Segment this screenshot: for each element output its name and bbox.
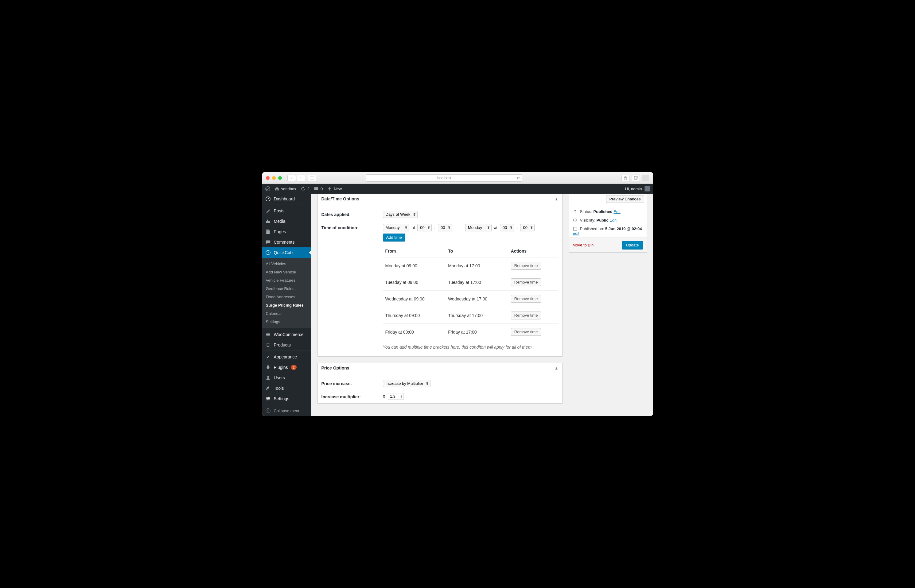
menu-settings[interactable]: Settings <box>262 393 311 404</box>
preview-changes-button[interactable]: Preview Changes <box>606 195 644 203</box>
multiplier-prefix: x <box>383 393 385 399</box>
collapse-icon[interactable]: ▲ <box>554 197 559 201</box>
price-increase-select[interactable]: Increase by Multiplier <box>383 380 431 387</box>
maximize-window[interactable] <box>278 176 282 180</box>
move-to-bin[interactable]: Move to Bin <box>573 243 594 247</box>
table-row: Wednesday at 09:00Wednesday at 17:00Remo… <box>383 291 559 307</box>
svg-rect-0 <box>310 176 314 180</box>
cell-from: Monday at 09:00 <box>383 257 446 274</box>
remove-time-button[interactable]: Remove time <box>511 328 541 336</box>
submenu-surge-pricing[interactable]: Surge Pricing Rules <box>262 301 311 309</box>
reload-icon[interactable]: ⟳ <box>517 176 520 180</box>
new-tab-button[interactable]: + <box>642 174 649 181</box>
svg-rect-12 <box>267 231 270 234</box>
submenu-all-vehicles[interactable]: All Vehicles <box>262 260 311 268</box>
updates-link[interactable]: 2 <box>301 186 309 191</box>
edit-date[interactable]: Edit <box>573 231 580 236</box>
url-text: localhost <box>437 176 451 180</box>
menu-products[interactable]: Products <box>262 340 311 350</box>
cell-from: Tuesday at 09:00 <box>383 274 446 291</box>
comments-count: 0 <box>321 187 323 191</box>
tabs-icon[interactable] <box>632 174 640 181</box>
menu-users[interactable]: Users <box>262 373 311 383</box>
from-hour-select[interactable]: 00 <box>417 224 432 231</box>
submenu-add-new-vehicle[interactable]: Add New Vehicle <box>262 268 311 276</box>
plugins-badge: 2 <box>291 365 296 370</box>
share-icon[interactable] <box>622 174 630 181</box>
status-label: Status: <box>580 209 592 214</box>
pin-icon <box>573 209 578 214</box>
sidebar-toggle[interactable] <box>308 174 316 181</box>
browser-window: ‹ › localhost ⟳ + sandbox 2 0 New Hi, ad… <box>262 172 653 416</box>
visibility-label: Visibility: <box>580 218 595 223</box>
time-condition-label: Time of condition: <box>321 224 383 230</box>
url-bar[interactable]: localhost ⟳ <box>366 174 522 182</box>
menu-media[interactable]: Media <box>262 216 311 226</box>
update-button[interactable]: Update <box>622 241 643 249</box>
menu-pages[interactable]: Pages <box>262 226 311 237</box>
comments-link[interactable]: 0 <box>314 186 323 191</box>
th-to: To <box>445 245 509 257</box>
updates-count: 2 <box>307 187 309 191</box>
cell-to: Tuesday at 17:00 <box>445 274 509 291</box>
datetime-options-box: Date/Time Options ▲ Dates applied: Days … <box>317 194 562 357</box>
table-row: Thursday at 09:00Thursday at 17:00Remove… <box>383 307 559 324</box>
time-brackets-table: From To Actions Monday at 09:00Monday at… <box>383 245 559 340</box>
at-label-2: at <box>494 225 497 230</box>
menu-quickcab[interactable]: QuickCab <box>262 247 311 258</box>
svg-point-20 <box>267 397 267 398</box>
menu-posts[interactable]: Posts <box>262 206 311 216</box>
new-label: New <box>334 187 342 191</box>
cell-from: Wednesday at 09:00 <box>383 291 446 307</box>
edit-status[interactable]: Edit <box>614 209 620 214</box>
remove-time-button[interactable]: Remove time <box>511 312 541 319</box>
svg-point-16 <box>267 376 269 378</box>
remove-time-button[interactable]: Remove time <box>511 295 541 303</box>
to-min-select[interactable]: 00 <box>520 224 534 231</box>
back-button[interactable]: ‹ <box>287 174 296 181</box>
edit-visibility[interactable]: Edit <box>609 218 616 223</box>
close-window[interactable] <box>266 176 270 180</box>
forward-button[interactable]: › <box>296 174 305 181</box>
avatar[interactable] <box>645 186 650 192</box>
submenu-vehicle-features[interactable]: Vehicle Features <box>262 276 311 284</box>
remove-time-button[interactable]: Remove time <box>511 278 541 286</box>
calendar-icon <box>573 226 578 231</box>
submenu-settings[interactable]: Settings <box>262 318 311 326</box>
th-from: From <box>383 245 446 257</box>
add-time-button[interactable]: Add time <box>383 234 405 241</box>
menu-collapse[interactable]: Collapse menu <box>262 405 311 416</box>
th-actions: Actions <box>509 245 559 257</box>
from-min-select[interactable]: 00 <box>438 224 452 231</box>
minimize-window[interactable] <box>272 176 276 180</box>
svg-point-22 <box>267 399 268 400</box>
to-hour-select[interactable]: 00 <box>500 224 514 231</box>
new-link[interactable]: New <box>327 186 342 191</box>
dates-applied-select[interactable]: Days of Week <box>383 211 418 218</box>
menu-appearance[interactable]: Appearance <box>262 352 311 362</box>
greeting[interactable]: Hi, admin <box>625 187 642 191</box>
cell-to: Friday at 17:00 <box>445 324 509 340</box>
datetime-title: Date/Time Options <box>321 196 359 201</box>
submenu-geofence-rules[interactable]: Geofence Rules <box>262 284 311 293</box>
svg-point-23 <box>266 409 270 413</box>
menu-plugins[interactable]: Plugins2 <box>262 362 311 373</box>
site-name: sandbox <box>281 187 296 191</box>
admin-menu: Dashboard Posts Media Pages Comments Qui… <box>262 194 311 416</box>
submenu-calendar[interactable]: Calendar <box>262 309 311 318</box>
collapse-icon[interactable]: ▲ <box>554 366 559 370</box>
svg-rect-15 <box>266 333 270 336</box>
menu-tools[interactable]: Tools <box>262 383 311 393</box>
to-day-select[interactable]: Monday <box>465 224 492 231</box>
menu-woocommerce[interactable]: WooCommerce <box>262 329 311 340</box>
menu-comments[interactable]: Comments <box>262 237 311 247</box>
menu-dashboard[interactable]: Dashboard <box>262 194 311 204</box>
submenu-fixed-addresses[interactable]: Fixed Addresses <box>262 293 311 301</box>
remove-time-button[interactable]: Remove time <box>511 262 541 270</box>
stepper-icon[interactable]: ▲▼ <box>400 395 403 398</box>
price-header[interactable]: Price Options ▲ <box>318 363 562 373</box>
datetime-header[interactable]: Date/Time Options ▲ <box>318 194 562 204</box>
from-day-select[interactable]: Monday <box>383 224 409 231</box>
site-link[interactable]: sandbox <box>274 186 296 191</box>
wp-logo[interactable] <box>265 186 270 191</box>
